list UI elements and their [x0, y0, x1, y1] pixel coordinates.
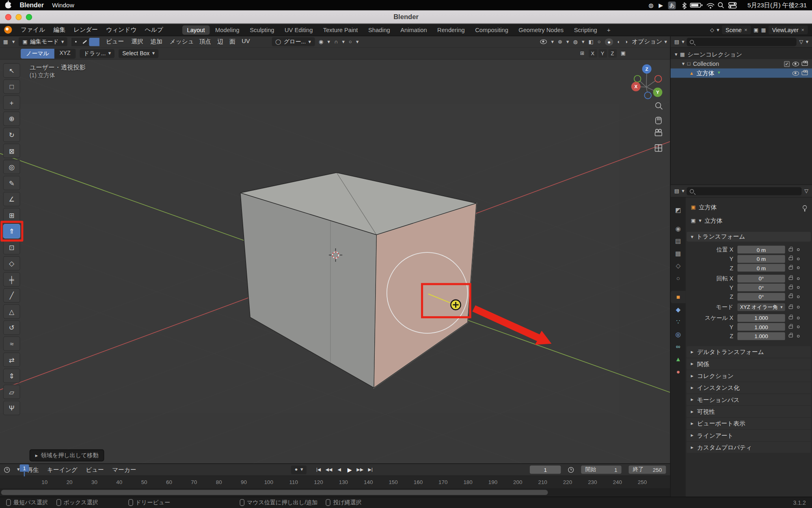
editor-type-icon[interactable]: ▦: [3, 39, 8, 44]
properties-tab[interactable]: ∞: [671, 341, 686, 353]
snap-cube-icon[interactable]: ▣: [621, 51, 626, 56]
animate-dot-icon[interactable]: [797, 258, 799, 260]
properties-tab[interactable]: ●: [671, 365, 686, 378]
properties-tab[interactable]: ◇: [671, 260, 686, 272]
tool-button[interactable]: ↖: [3, 63, 20, 78]
auto-key-button[interactable]: ●▾: [291, 465, 307, 474]
pivot-point-icon[interactable]: ◉: [319, 39, 323, 44]
collection-checkbox[interactable]: [784, 61, 790, 67]
show-hide-icon[interactable]: [540, 39, 547, 44]
viewport-menu[interactable]: 面: [229, 38, 235, 46]
value-field[interactable]: 0°: [737, 284, 785, 291]
chevron-down-icon[interactable]: ▾: [682, 61, 685, 67]
face-select-button[interactable]: [89, 37, 100, 46]
close-icon[interactable]: ×: [744, 27, 747, 33]
menubar-clock[interactable]: 5月23日(月) 午後2:31: [747, 1, 807, 10]
edge-select-button[interactable]: [80, 37, 89, 46]
panel-header[interactable]: ▸ ビューポート表示: [687, 418, 811, 429]
playback-button[interactable]: ◀: [335, 465, 344, 473]
zoom-icon[interactable]: [656, 103, 663, 110]
panel-header[interactable]: ▸ カスタムプロパティ: [687, 442, 811, 453]
apple-menu-icon[interactable]: [5, 2, 11, 8]
value-field[interactable]: 0 m: [737, 264, 785, 272]
timeline-menu[interactable]: ビュー: [86, 466, 104, 473]
hide-eye-icon[interactable]: [793, 61, 799, 66]
orientation-selector[interactable]: ◯ グロー... ▾: [272, 37, 315, 46]
value-field[interactable]: 0°: [737, 293, 785, 300]
viewport-menu[interactable]: メッシュ: [170, 38, 194, 46]
tool-button[interactable]: ⊠: [3, 143, 20, 158]
playback-button[interactable]: ▶: [345, 465, 354, 473]
scene-icon[interactable]: ◇: [710, 27, 714, 33]
menubar-status-icons[interactable]: [681, 1, 743, 9]
panel-header[interactable]: ▸ コレクション: [687, 370, 811, 382]
animate-dot-icon[interactable]: [797, 248, 799, 251]
close-icon[interactable]: ×: [801, 27, 804, 33]
operator-panel[interactable]: ▸ 領域を押し出して移動: [30, 449, 104, 461]
snap-grid-icon[interactable]: ⊞: [580, 51, 585, 56]
lock-icon[interactable]: [789, 334, 793, 338]
mode-selector[interactable]: ▣ 編集モード ▾: [19, 37, 68, 46]
playback-button[interactable]: ◀◀: [324, 465, 334, 473]
gizmo-y-neg-ball[interactable]: [634, 76, 641, 82]
properties-tab[interactable]: ■: [671, 291, 686, 304]
outliner-row-collection[interactable]: ▾ □ Collection: [671, 59, 812, 68]
timeline-menu[interactable]: マーカー: [112, 466, 136, 473]
workspace-tab[interactable]: Texture Paint: [318, 25, 363, 35]
properties-tab[interactable]: ◆: [671, 303, 686, 316]
tool-button[interactable]: ▱: [3, 384, 20, 399]
tool-button[interactable]: ◇: [3, 256, 20, 271]
animate-dot-icon[interactable]: [797, 295, 799, 298]
timeline-ruler[interactable]: 1020304050607080901001101201301401501601…: [0, 476, 670, 488]
value-field[interactable]: 0 m: [737, 246, 785, 254]
workspace-tab[interactable]: Sculpting: [245, 25, 279, 35]
options-menu[interactable]: オプション▾: [632, 38, 667, 46]
properties-tab[interactable]: ∵: [671, 316, 686, 328]
tool-button[interactable]: ∠: [3, 192, 20, 206]
scene-selector[interactable]: Scene×: [722, 25, 751, 34]
gizmo-x-neg-ball[interactable]: [655, 76, 662, 82]
tool-button[interactable]: △: [3, 304, 20, 319]
viewport-menu[interactable]: 選択: [131, 38, 143, 46]
material-shading-icon[interactable]: ◐: [617, 39, 620, 44]
properties-tab[interactable]: ▦: [671, 247, 686, 260]
value-field[interactable]: 1.000: [737, 314, 785, 322]
object-name-field[interactable]: ▣ ▾ 立方体: [686, 216, 812, 226]
lock-icon[interactable]: [789, 286, 793, 289]
viewport-menu[interactable]: ビュー: [106, 38, 124, 46]
topbar-menu[interactable]: レンダー: [70, 25, 102, 35]
playhead[interactable]: 1: [19, 465, 29, 472]
active-tool-selector[interactable]: Select Box▾: [119, 49, 158, 58]
workspace-tab[interactable]: Scripting: [569, 25, 602, 35]
panel-header[interactable]: ▸ 関係: [687, 358, 811, 369]
viewlayer-icon[interactable]: ▦: [761, 27, 766, 33]
tool-button[interactable]: ╪: [3, 272, 20, 287]
topbar-menu[interactable]: ファイル: [17, 25, 49, 35]
topbar-menu[interactable]: ウィンドウ: [102, 25, 140, 35]
viewport-3d[interactable]: Z X Y ユーザー・透視投影 (1) 立方体 ↖ □ + ⊕ ↻ ⊠: [0, 60, 670, 464]
camera-view-icon[interactable]: [655, 129, 662, 136]
current-frame-field[interactable]: 1: [530, 465, 561, 473]
tool-button[interactable]: Ψ: [3, 401, 20, 415]
snap-magnet-icon[interactable]: ∩: [334, 39, 338, 44]
pan-hand-icon[interactable]: [656, 117, 661, 124]
play-icon[interactable]: ▶: [659, 2, 663, 9]
tool-button[interactable]: ⊡: [3, 240, 20, 255]
viewport-menu[interactable]: UV: [242, 38, 250, 46]
workspace-tab[interactable]: Geometry Nodes: [514, 25, 568, 35]
filter-funnel-icon[interactable]: ▽: [799, 39, 803, 44]
copy-scene-icon[interactable]: ▣: [754, 27, 758, 33]
topbar-menu[interactable]: 編集: [50, 25, 69, 35]
workspace-tab[interactable]: Shading: [363, 25, 395, 35]
tool-button[interactable]: ≈: [3, 336, 20, 351]
window-menu[interactable]: Window: [52, 2, 74, 9]
app-menu[interactable]: Blender: [19, 2, 43, 9]
animate-dot-icon[interactable]: [797, 306, 799, 308]
properties-tab[interactable]: ◎: [671, 328, 686, 341]
workspace-tab[interactable]: Compositing: [471, 25, 513, 35]
add-workspace-button[interactable]: +: [604, 26, 613, 34]
xyz-toggle-button[interactable]: XYZ: [54, 48, 76, 58]
assistive-icon[interactable]: ◍: [648, 2, 653, 9]
tool-button[interactable]: ✎: [3, 176, 20, 190]
tool-button[interactable]: ⇕: [3, 369, 20, 383]
